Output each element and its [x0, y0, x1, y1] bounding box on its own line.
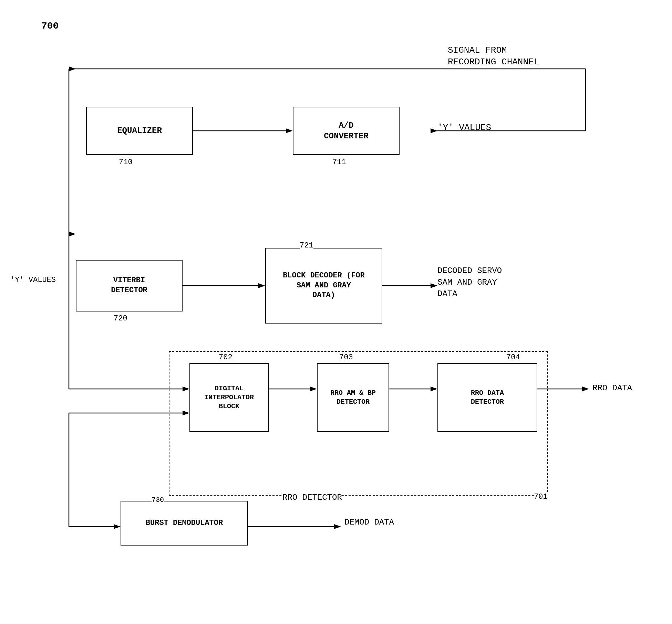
rro-data-label: RRO DATA [592, 383, 632, 393]
svg-marker-23 [582, 387, 589, 391]
rro-am-bp-block: RRO AM & BP DETECTOR [317, 363, 389, 432]
demod-data-label: DEMOD DATA [344, 517, 394, 528]
rro-detector-ref: 701 [534, 492, 548, 502]
block-decoder-ref: 721 [300, 241, 313, 251]
rro-data-detector-ref: 704 [506, 353, 520, 363]
rro-am-bp-ref: 703 [339, 353, 353, 363]
y-values-top-label: 'Y' VALUES [437, 122, 491, 134]
block-decoder-block: BLOCK DECODER (FOR SAM AND GRAY DATA) [265, 248, 382, 324]
svg-marker-12 [431, 283, 437, 288]
y-values-left-label: 'Y' VALUES [10, 275, 56, 285]
burst-demodulator-ref: 730 [152, 496, 164, 505]
svg-marker-26 [114, 524, 121, 529]
decoded-servo-label: DECODED SERVO SAM AND GRAY DATA [437, 265, 502, 300]
rro-detector-label: RRO DETECTOR [282, 492, 342, 503]
svg-marker-5 [286, 128, 293, 133]
svg-marker-3 [69, 66, 76, 71]
figure-label: 700 [41, 21, 59, 31]
diagram-container: 700 SIGNAL FROM RECORDING CHANNEL EQUALI… [0, 0, 672, 624]
rro-data-detector-block: RRO DATA DETECTOR [437, 363, 537, 432]
equalizer-ref: 710 [119, 158, 133, 168]
svg-marker-28 [334, 524, 341, 529]
viterbi-ref: 720 [114, 314, 127, 324]
ad-converter-ref: 711 [332, 158, 346, 168]
digital-interpolator-ref: 702 [219, 353, 232, 363]
svg-marker-8 [69, 232, 76, 236]
viterbi-detector-block: VITERBI DETECTOR [76, 260, 183, 311]
digital-interpolator-block: DIGITAL INTERPOLATOR BLOCK [189, 363, 269, 432]
svg-marker-6 [431, 128, 437, 133]
burst-demodulator-block: BURST DEMODULATOR [121, 501, 248, 546]
ad-converter-block: A/D CONVERTER [293, 107, 400, 155]
signal-from-recording-label: SIGNAL FROM RECORDING CHANNEL [448, 45, 539, 68]
svg-marker-10 [258, 283, 265, 288]
equalizer-block: EQUALIZER [86, 107, 193, 155]
